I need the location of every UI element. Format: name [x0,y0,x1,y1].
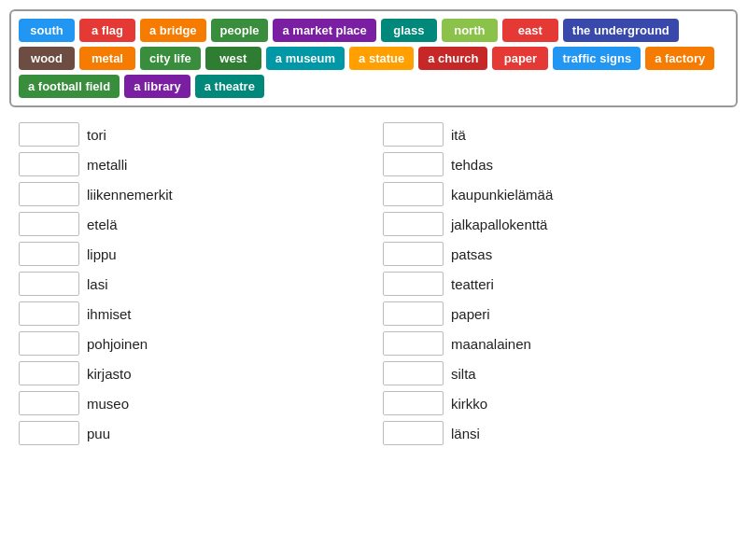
word-label-liikennemerkit: liikennemerkit [87,187,173,203]
match-row: maanalainen [383,331,728,356]
word-label-ihmiset: ihmiset [87,306,132,322]
chip-glass[interactable]: glass [381,19,437,42]
match-row: puu [19,421,364,445]
match-row: kaupunkielämää [383,182,728,206]
chip-north[interactable]: north [442,19,498,42]
word-label-metalli: metalli [87,157,127,173]
match-row: metalli [19,152,364,176]
chip-football[interactable]: a football field [19,75,120,98]
match-row: silta [383,361,728,385]
chip-underground[interactable]: the underground [563,19,679,42]
answer-input-teatteri[interactable] [383,272,444,296]
match-row: museo [19,391,364,415]
word-label-kaupunkielamaa: kaupunkielämää [451,187,553,203]
chip-people[interactable]: people [211,19,269,42]
match-row: teatteri [383,272,728,296]
chip-south[interactable]: south [19,19,75,42]
word-label-etela: etelä [87,217,118,232]
chip-paper[interactable]: paper [492,47,548,70]
word-label-lasi: lasi [87,276,108,292]
match-row: länsi [383,421,728,445]
word-label-paperi: paperi [451,306,490,322]
chip-metal[interactable]: metal [79,47,135,70]
match-row: tori [19,122,364,147]
answer-input-liikennemerkit[interactable] [19,182,79,206]
match-row: paperi [383,301,728,326]
chip-statue[interactable]: a statue [349,47,414,70]
chip-west[interactable]: west [205,47,261,70]
left-column: torimetalliliikennemerkitetelälippulasii… [19,122,364,445]
match-row: pohjoinen [19,331,364,356]
chip-theatre[interactable]: a theatre [195,75,264,98]
chip-trafficsigns[interactable]: traffic signs [553,47,641,70]
answer-input-puu[interactable] [19,421,79,445]
answer-input-etela[interactable] [19,212,79,236]
word-label-lippu: lippu [87,246,117,262]
word-bank: southa flaga bridgepeoplea market placeg… [9,9,738,107]
chip-library[interactable]: a library [124,75,190,98]
match-row: tehdas [383,152,728,176]
match-row: kirkko [383,391,728,415]
chip-factory[interactable]: a factory [645,47,714,70]
answer-input-kirkko[interactable] [383,391,444,415]
match-row: jalkapallokenttä [383,212,728,236]
answer-input-patsas[interactable] [383,242,444,266]
word-label-jalkapallokentta: jalkapallokenttä [451,217,547,232]
word-label-silta: silta [451,366,476,382]
chip-citylife[interactable]: city life [140,47,201,70]
answer-input-ita[interactable] [383,122,444,147]
answer-input-paperi[interactable] [383,301,444,326]
match-section: torimetalliliikennemerkitetelälippulasii… [9,122,738,445]
answer-input-tori[interactable] [19,122,79,147]
answer-input-kaupunkielamaa[interactable] [383,182,444,206]
word-label-kirjasto: kirjasto [87,366,132,382]
word-label-tori: tori [87,127,106,143]
answer-input-pohjoinen[interactable] [19,331,79,356]
answer-input-lasi[interactable] [19,272,79,296]
chip-museum[interactable]: a museum [266,47,345,70]
answer-input-ihmiset[interactable] [19,301,79,326]
word-label-puu: puu [87,426,110,441]
word-label-tehdas: tehdas [451,157,493,173]
match-row: liikennemerkit [19,182,364,206]
answer-input-kirjasto[interactable] [19,361,79,385]
chip-church[interactable]: a church [418,47,487,70]
answer-input-jalkapallokentta[interactable] [383,212,444,236]
word-label-museo: museo [87,396,129,412]
chip-a-bridge[interactable]: a bridge [140,19,206,42]
answer-input-maanalainen[interactable] [383,331,444,356]
chip-a-flag[interactable]: a flag [79,19,135,42]
answer-input-lippu[interactable] [19,242,79,266]
match-row: ihmiset [19,301,364,326]
word-label-ita: itä [451,127,466,143]
answer-input-metalli[interactable] [19,152,79,176]
chip-east[interactable]: east [502,19,558,42]
chip-marketplace[interactable]: a market place [273,19,375,42]
match-row: lasi [19,272,364,296]
match-row: itä [383,122,728,147]
match-row: lippu [19,242,364,266]
answer-input-tehdas[interactable] [383,152,444,176]
chip-wood[interactable]: wood [19,47,75,70]
word-label-teatteri: teatteri [451,276,494,292]
answer-input-lansi[interactable] [383,421,444,445]
match-row: etelä [19,212,364,236]
right-column: itätehdaskaupunkielämääjalkapallokenttäp… [383,122,728,445]
answer-input-museo[interactable] [19,391,79,415]
word-label-maanalainen: maanalainen [451,336,531,352]
word-label-pohjoinen: pohjoinen [87,336,148,352]
word-label-kirkko: kirkko [451,396,487,412]
match-row: kirjasto [19,361,364,385]
match-row: patsas [383,242,728,266]
word-label-patsas: patsas [451,246,492,262]
word-label-lansi: länsi [451,426,480,441]
answer-input-silta[interactable] [383,361,444,385]
